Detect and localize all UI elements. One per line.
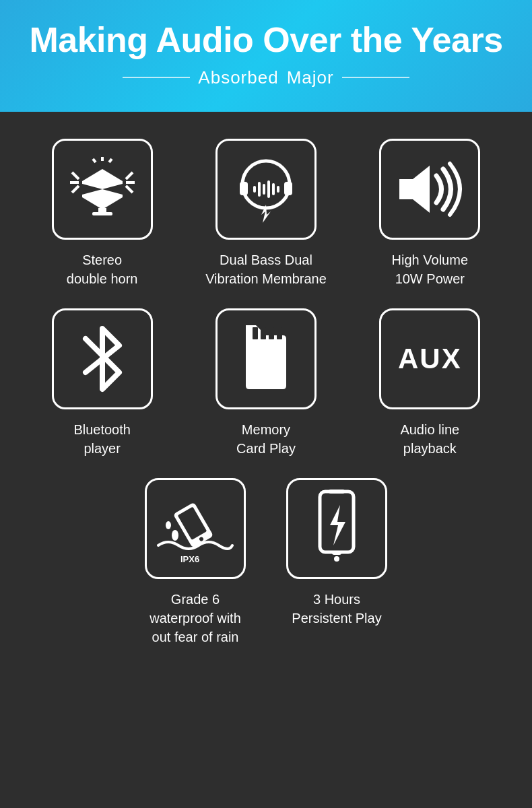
feature-bluetooth: Bluetoothplayer	[27, 308, 177, 458]
subtitle-right: Major	[287, 67, 334, 88]
battery-icon-box	[286, 478, 387, 579]
bluetooth-icon	[79, 322, 126, 396]
svg-line-4	[72, 186, 79, 193]
waterproof-label: Grade 6waterproof without fear of rain	[149, 590, 241, 646]
features-grid-row2: IPX6 Grade 6waterproof without fear of r…	[27, 478, 505, 646]
svg-marker-0	[82, 169, 123, 189]
bluetooth-icon-box	[52, 308, 153, 409]
svg-rect-15	[284, 182, 292, 195]
feature-dual-bass: Dual Bass DualVibration Membrane	[191, 139, 341, 288]
dual-bass-icon-box	[215, 139, 317, 240]
memory-card-label: MemoryCard Play	[236, 420, 296, 458]
stereo-horn-icon	[69, 156, 136, 223]
svg-rect-27	[277, 327, 282, 339]
features-section: Stereodouble horn	[0, 112, 532, 667]
stereo-horn-label: Stereodouble horn	[67, 250, 138, 288]
svg-line-2	[72, 172, 79, 179]
svg-rect-25	[261, 327, 266, 339]
svg-rect-20	[272, 183, 275, 195]
feature-high-volume: High Volume10W Power	[355, 139, 505, 288]
header-title: Making Audio Over the Years	[20, 20, 512, 61]
feature-aux: AUX Audio lineplayback	[355, 308, 505, 458]
waterproof-icon: IPX6	[155, 492, 236, 566]
svg-point-31	[172, 530, 178, 541]
svg-line-5	[126, 172, 133, 179]
svg-rect-17	[258, 182, 261, 197]
svg-rect-37	[332, 551, 341, 555]
memory-card-icon	[236, 322, 296, 396]
waterproof-icon-box: IPX6	[145, 478, 246, 579]
svg-rect-16	[253, 186, 256, 193]
svg-rect-9	[92, 212, 112, 215]
dual-bass-label: Dual Bass DualVibration Membrane	[205, 250, 327, 288]
svg-rect-18	[263, 184, 265, 195]
high-volume-label: High Volume10W Power	[392, 250, 468, 288]
svg-rect-21	[277, 186, 279, 193]
svg-point-13	[242, 161, 290, 208]
svg-marker-1	[82, 189, 123, 209]
memory-card-icon-box	[215, 308, 317, 409]
svg-text:IPX6: IPX6	[180, 554, 199, 564]
aux-text: AUX	[398, 343, 462, 375]
header-section: Making Audio Over the Years Absorbed Maj…	[0, 0, 532, 112]
svg-line-7	[126, 186, 133, 193]
subtitle-line-right	[342, 77, 409, 78]
speaker-icon-box	[379, 139, 480, 240]
header-subtitle: Absorbed Major	[20, 67, 512, 88]
svg-marker-23	[399, 166, 430, 213]
svg-rect-35	[329, 490, 345, 494]
aux-icon-box: AUX	[379, 308, 480, 409]
feature-battery: 3 HoursPersistent Play	[286, 478, 387, 646]
speaker-icon	[393, 156, 467, 223]
dual-bass-icon	[229, 152, 303, 226]
svg-rect-24	[253, 327, 258, 339]
feature-memory-card: MemoryCard Play	[191, 308, 341, 458]
battery-icon	[306, 488, 367, 569]
feature-stereo-horn: Stereodouble horn	[27, 139, 177, 288]
svg-rect-14	[240, 182, 248, 195]
feature-waterproof: IPX6 Grade 6waterproof without fear of r…	[145, 478, 246, 646]
stereo-horn-icon-box	[52, 139, 153, 240]
subtitle-line-left	[123, 77, 190, 78]
svg-rect-26	[269, 327, 274, 339]
svg-rect-19	[267, 180, 270, 198]
svg-line-11	[93, 159, 96, 162]
battery-label: 3 HoursPersistent Play	[292, 590, 381, 628]
svg-point-38	[334, 556, 339, 562]
svg-line-12	[109, 159, 112, 162]
svg-marker-36	[330, 505, 345, 545]
subtitle-left: Absorbed	[198, 67, 278, 88]
aux-label: Audio lineplayback	[400, 420, 459, 458]
svg-point-32	[166, 521, 171, 529]
features-grid-row1: Stereodouble horn	[27, 139, 505, 458]
bluetooth-label: Bluetoothplayer	[73, 420, 131, 458]
